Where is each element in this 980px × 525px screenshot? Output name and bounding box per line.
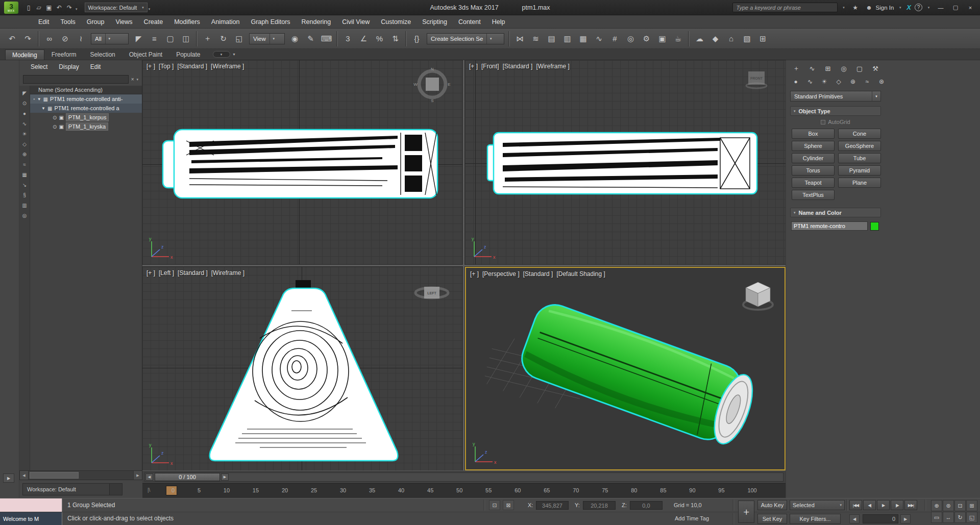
primitive-button[interactable]: Teapot <box>792 178 835 188</box>
scroll-left-icon[interactable]: ◀ <box>20 471 29 480</box>
ribbon-toggle-icon[interactable]: ▦ <box>575 31 591 47</box>
search-options-arrow-icon[interactable]: ▾ <box>136 78 138 82</box>
select-and-move-icon[interactable]: ＋ <box>200 31 215 47</box>
maxscript-mini-listener[interactable]: Welcome to M <box>0 512 62 525</box>
render-production-icon[interactable]: ☕ <box>670 31 686 47</box>
workspace-bar[interactable]: Workspace: Default <box>22 483 122 495</box>
scroll-right-icon[interactable]: ▶ <box>133 471 142 480</box>
tree-row-object[interactable]: ⊙ ▣ PTM_1_korpus <box>30 113 142 122</box>
person-icon[interactable]: ☻ <box>864 2 874 13</box>
select-by-name-icon[interactable]: ≡ <box>146 31 162 47</box>
primitive-button[interactable]: Sphere <box>792 141 835 151</box>
minimize-button[interactable]: — <box>935 3 946 13</box>
viewport-pov-menu[interactable]: [Front] <box>481 63 499 70</box>
sign-in-arrow-icon[interactable]: ▾ <box>897 2 903 13</box>
x-coordinate-field[interactable] <box>536 501 569 510</box>
favorites-star-icon[interactable]: ★ <box>850 2 861 13</box>
eye-icon[interactable]: ⊙ <box>53 124 57 130</box>
search-input[interactable] <box>732 3 838 12</box>
mirror-icon[interactable]: ⋈ <box>512 31 528 47</box>
primitive-button[interactable]: Cylinder <box>792 153 835 163</box>
material-editor-icon[interactable]: ◎ <box>623 31 639 47</box>
pan-icon[interactable]: ↔ <box>943 512 954 523</box>
menu-item[interactable]: Animation <box>206 15 246 28</box>
render-in-cloud-icon[interactable]: ☁ <box>692 31 707 47</box>
create-tab-icon[interactable]: ＋ <box>790 63 803 74</box>
expand-panel-button[interactable]: ▶ <box>3 473 14 483</box>
zoom-extents-all-icon[interactable]: ⊞ <box>966 500 977 511</box>
viewport-pov-menu[interactable]: [Perspective ] <box>482 270 520 278</box>
rendered-frame-window-icon[interactable]: ▣ <box>654 31 670 47</box>
menu-item[interactable]: Group <box>81 15 110 28</box>
select-cursor-icon[interactable]: ◤ <box>22 89 27 96</box>
spacewarps-icon[interactable]: ≈ <box>861 77 873 87</box>
rectangular-selection-region-icon[interactable]: ▢ <box>162 31 178 47</box>
filter-xrefs-icon[interactable]: ↘ <box>22 181 27 188</box>
ribbon-tab-populate[interactable]: Populate <box>169 49 207 60</box>
primitive-button[interactable]: Pyramid <box>838 165 881 176</box>
select-object-icon[interactable]: ◤ <box>131 31 146 47</box>
viewport-shading-menu[interactable]: [Wireframe ] <box>536 63 569 70</box>
key-selection-dropdown[interactable]: Selected ▾ <box>790 500 845 510</box>
filter-shapes-icon[interactable]: ∿ <box>22 120 27 127</box>
next-frame-arrow-icon[interactable]: ▶ <box>221 473 229 481</box>
play-animation-button[interactable]: ▶ <box>877 500 890 510</box>
shapes-icon[interactable]: ∿ <box>804 77 816 87</box>
viewport-general-menu[interactable]: [+ ] <box>470 270 479 278</box>
primitive-button[interactable]: Plane <box>838 178 881 188</box>
object-color-swatch[interactable] <box>870 222 879 231</box>
viewport-general-menu[interactable]: [+ ] <box>146 63 155 70</box>
filter-helpers-icon[interactable]: ⊕ <box>22 151 27 158</box>
app-logo-icon[interactable]: 3 MAX <box>4 2 18 14</box>
snaps-toggle-icon[interactable]: 3 <box>340 31 356 47</box>
save-file-icon[interactable]: ▣ <box>44 2 54 13</box>
menu-item[interactable]: Content <box>453 15 486 28</box>
ribbon-tab-object-paint[interactable]: Object Paint <box>122 49 169 60</box>
help-arrow-icon[interactable]: ▾ <box>926 2 932 13</box>
unlink-selection-icon[interactable]: ⊘ <box>57 31 73 47</box>
eye-icon[interactable]: ⊙ <box>53 115 57 120</box>
track-bar[interactable]: |\ 0510152025303540455055606570758085909… <box>142 483 786 498</box>
spinner-snap-icon[interactable]: ⇅ <box>387 31 403 47</box>
align-icon[interactable]: ≋ <box>528 31 544 47</box>
viewport-front[interactable]: [+ ] [Front] [Standard ] [Wireframe ] FR… <box>465 60 786 264</box>
viewport-general-menu[interactable]: [+ ] <box>469 63 478 70</box>
tree-row-object[interactable]: ⊙ ▣ PTM_1_kryska <box>30 122 142 131</box>
redo-flyout-arrow-icon[interactable]: ▾ <box>76 7 78 11</box>
expand-arrow-icon[interactable]: ▼ <box>37 97 41 102</box>
sign-in-label[interactable]: Sign In <box>876 5 894 11</box>
key-filters-button[interactable]: Key Filters... <box>790 514 841 524</box>
scene-converter-icon[interactable]: ⊞ <box>755 31 771 47</box>
viewport-left[interactable]: [+ ] [Left ] [Standard ] [Wireframe ] LE… <box>142 267 462 470</box>
render-setup-icon[interactable]: ⚙ <box>639 31 654 47</box>
layer-explorer-toggle-icon[interactable]: ▥ <box>559 31 575 47</box>
ribbon-options-arrow-icon[interactable]: ▾ <box>233 52 235 57</box>
bind-to-space-warp-icon[interactable]: ≀ <box>73 31 89 47</box>
time-slider-track[interactable]: ◀ 0 / 100 ▶ <box>144 472 783 482</box>
ribbon-tab-modeling[interactable]: Modeling <box>5 49 44 60</box>
orbit-icon[interactable]: ↻ <box>954 512 966 523</box>
cameras-icon[interactable]: ◇ <box>832 77 845 87</box>
quick-redo-icon[interactable]: ↷ <box>64 2 75 13</box>
maximize-viewport-toggle-icon[interactable]: ◱ <box>966 512 977 523</box>
viewport-general-menu[interactable]: [+ ] <box>146 269 155 277</box>
next-key-icon[interactable]: ▶ <box>900 514 911 523</box>
lights-icon[interactable]: ☀ <box>818 77 830 87</box>
motion-tab-icon[interactable]: ◎ <box>837 63 850 74</box>
primitive-button[interactable]: Torus <box>792 165 835 176</box>
viewport-shading-menu[interactable]: [Wireframe ] <box>211 63 244 70</box>
previous-key-icon[interactable]: ◀ <box>849 514 860 523</box>
next-frame-button[interactable]: |▶ <box>891 500 903 510</box>
zoom-icon[interactable]: ⊕ <box>931 500 942 511</box>
transform-gizmo-toggle-icon[interactable]: ⊡ <box>489 500 500 510</box>
percent-snap-icon[interactable]: % <box>372 31 387 47</box>
viewport-shading-menu[interactable]: [Wireframe ] <box>211 269 244 277</box>
selection-lock-icon[interactable]: ⊠ <box>503 500 514 510</box>
ribbon-tab-freeform[interactable]: Freeform <box>45 49 83 60</box>
zoom-all-icon[interactable]: ⊛ <box>943 500 954 511</box>
viewport-perspective[interactable]: [+ ] [Perspective ] [Standard ] [Default… <box>465 267 786 470</box>
z-coordinate-field[interactable] <box>630 501 663 510</box>
menu-item[interactable]: Create <box>138 15 169 28</box>
object-name-input[interactable] <box>791 221 868 231</box>
tree-row-group[interactable]: ▼ ▦ PTM1 remote-controlled a <box>30 104 142 113</box>
